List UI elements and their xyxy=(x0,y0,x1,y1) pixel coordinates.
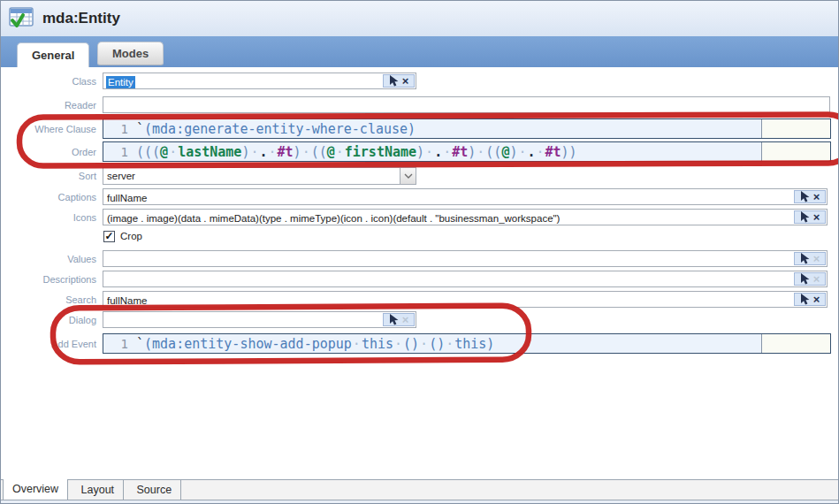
add-event-editor[interactable]: 1 `(mda:entity-show-add-popup·this·()·()… xyxy=(103,333,831,354)
values-picker: × xyxy=(794,252,826,265)
pointer-icon[interactable] xyxy=(800,253,810,264)
sort-selected-value: server xyxy=(103,171,400,181)
clear-icon[interactable]: × xyxy=(402,75,409,87)
order-editor-tail xyxy=(761,142,830,161)
search-input-wrap: × xyxy=(103,291,828,308)
pointer-icon[interactable] xyxy=(800,294,810,305)
tab-modes[interactable]: Modes xyxy=(97,42,164,65)
search-label: Search xyxy=(1,294,96,305)
descriptions-input[interactable] xyxy=(103,273,827,288)
add-event-code: `(mda:entity-show-add-popup·this·()·()·t… xyxy=(136,336,761,352)
bottom-tabs: Overview Layout Source xyxy=(1,479,838,500)
pointer-icon[interactable] xyxy=(800,191,810,202)
pointer-icon[interactable] xyxy=(800,211,810,223)
clear-icon[interactable]: × xyxy=(813,211,820,223)
line-number: 1 xyxy=(103,122,136,136)
crop-label: Crop xyxy=(120,231,142,241)
search-input[interactable] xyxy=(103,294,827,309)
crop-checkbox[interactable]: ✓ xyxy=(103,231,115,242)
search-picker: × xyxy=(794,293,826,306)
values-label: Values xyxy=(1,254,96,264)
values-input[interactable] xyxy=(103,253,827,268)
descriptions-label: Descriptions xyxy=(1,274,96,285)
icons-label: Icons xyxy=(1,212,96,223)
tab-layout[interactable]: Layout xyxy=(72,480,125,500)
class-selected-value: Entity xyxy=(106,76,135,88)
class-label: Class xyxy=(1,76,96,87)
clear-icon[interactable]: × xyxy=(813,191,820,202)
where-clause-label: Where Clause xyxy=(1,124,96,134)
class-input[interactable]: Entity × xyxy=(103,73,416,89)
clear-icon-disabled: × xyxy=(402,314,409,325)
where-clause-editor[interactable]: 1 `(mda:generate-entity-where-clause) xyxy=(103,118,831,139)
dialog-input[interactable] xyxy=(103,314,416,329)
icons-picker: × xyxy=(794,210,826,224)
clear-icon-disabled: × xyxy=(813,273,820,285)
clear-icon-disabled: × xyxy=(813,253,820,264)
order-editor[interactable]: 1 (((@·lastName)·.·#t)·((@·firstName)·.·… xyxy=(103,141,831,162)
reader-input[interactable] xyxy=(103,99,829,114)
line-number: 1 xyxy=(103,145,136,159)
order-label: Order xyxy=(1,147,96,157)
captions-input-wrap: × xyxy=(103,188,828,205)
class-picker: × xyxy=(383,74,415,88)
icons-input[interactable] xyxy=(103,211,827,226)
pointer-icon[interactable] xyxy=(800,273,810,285)
reader-label: Reader xyxy=(1,100,96,111)
entity-table-icon xyxy=(9,7,35,30)
dialog-label: Dialog xyxy=(1,315,96,325)
where-clause-code: `(mda:generate-entity-where-clause) xyxy=(136,121,761,137)
values-input-wrap: × xyxy=(103,250,828,267)
chevron-down-icon[interactable] xyxy=(400,168,416,184)
add-event-editor-tail xyxy=(761,334,830,353)
sort-select[interactable]: server xyxy=(103,167,416,185)
descriptions-input-wrap: × xyxy=(103,271,828,287)
captions-picker: × xyxy=(794,190,826,203)
captions-input[interactable] xyxy=(103,191,827,206)
top-tab-band: General Modes xyxy=(1,36,838,67)
title-bar: mda:Entity xyxy=(1,1,838,36)
sort-label: Sort xyxy=(1,171,96,181)
add-event-label: Add Event xyxy=(1,339,96,349)
line-number: 1 xyxy=(103,337,136,351)
order-code: (((@·lastName)·.·#t)·((@·firstName)·.·#t… xyxy=(136,144,761,160)
bottom-tab-bar: Overview Layout Source xyxy=(1,479,838,503)
icons-input-wrap: × xyxy=(103,209,828,225)
descriptions-picker: × xyxy=(794,272,826,286)
tab-source[interactable]: Source xyxy=(128,480,182,500)
pointer-icon[interactable] xyxy=(389,314,399,325)
checkmark-icon: ✓ xyxy=(104,230,113,242)
where-clause-editor-tail xyxy=(761,119,830,138)
page-title: mda:Entity xyxy=(42,10,120,27)
pointer-icon[interactable] xyxy=(389,75,399,87)
tab-overview[interactable]: Overview xyxy=(3,479,68,500)
entity-editor-window: mda:Entity General Modes Class Entity × … xyxy=(0,0,839,504)
reader-input-wrap xyxy=(103,96,830,113)
clear-icon[interactable]: × xyxy=(813,294,820,305)
tab-general[interactable]: General xyxy=(17,42,89,67)
dialog-input-wrap: × xyxy=(103,311,416,328)
captions-label: Captions xyxy=(1,192,96,202)
dialog-picker: × xyxy=(383,313,415,326)
